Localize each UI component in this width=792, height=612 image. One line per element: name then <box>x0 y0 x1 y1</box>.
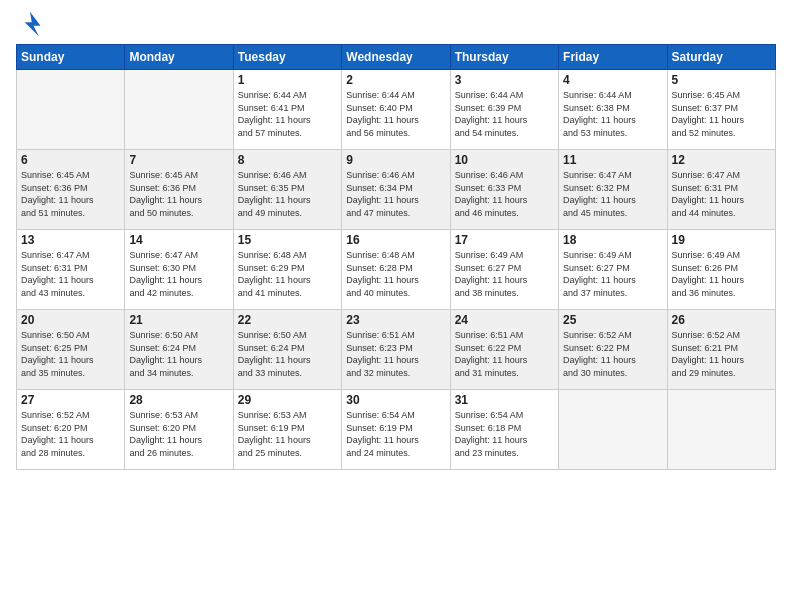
day-detail: Sunrise: 6:45 AM Sunset: 6:36 PM Dayligh… <box>129 169 228 219</box>
calendar-cell: 5Sunrise: 6:45 AM Sunset: 6:37 PM Daylig… <box>667 70 775 150</box>
calendar-week-row: 20Sunrise: 6:50 AM Sunset: 6:25 PM Dayli… <box>17 310 776 390</box>
calendar-cell: 7Sunrise: 6:45 AM Sunset: 6:36 PM Daylig… <box>125 150 233 230</box>
weekday-header-saturday: Saturday <box>667 45 775 70</box>
weekday-header-thursday: Thursday <box>450 45 558 70</box>
day-number: 30 <box>346 393 445 407</box>
calendar-cell: 11Sunrise: 6:47 AM Sunset: 6:32 PM Dayli… <box>559 150 667 230</box>
day-detail: Sunrise: 6:44 AM Sunset: 6:39 PM Dayligh… <box>455 89 554 139</box>
day-detail: Sunrise: 6:54 AM Sunset: 6:19 PM Dayligh… <box>346 409 445 459</box>
day-number: 15 <box>238 233 337 247</box>
day-number: 27 <box>21 393 120 407</box>
calendar-cell: 23Sunrise: 6:51 AM Sunset: 6:23 PM Dayli… <box>342 310 450 390</box>
day-number: 6 <box>21 153 120 167</box>
day-number: 7 <box>129 153 228 167</box>
weekday-header-friday: Friday <box>559 45 667 70</box>
calendar-cell: 30Sunrise: 6:54 AM Sunset: 6:19 PM Dayli… <box>342 390 450 470</box>
calendar-cell: 2Sunrise: 6:44 AM Sunset: 6:40 PM Daylig… <box>342 70 450 150</box>
day-detail: Sunrise: 6:53 AM Sunset: 6:19 PM Dayligh… <box>238 409 337 459</box>
day-detail: Sunrise: 6:52 AM Sunset: 6:21 PM Dayligh… <box>672 329 771 379</box>
day-detail: Sunrise: 6:44 AM Sunset: 6:40 PM Dayligh… <box>346 89 445 139</box>
day-detail: Sunrise: 6:48 AM Sunset: 6:28 PM Dayligh… <box>346 249 445 299</box>
calendar-cell: 10Sunrise: 6:46 AM Sunset: 6:33 PM Dayli… <box>450 150 558 230</box>
calendar-week-row: 27Sunrise: 6:52 AM Sunset: 6:20 PM Dayli… <box>17 390 776 470</box>
calendar-cell: 15Sunrise: 6:48 AM Sunset: 6:29 PM Dayli… <box>233 230 341 310</box>
calendar-week-row: 1Sunrise: 6:44 AM Sunset: 6:41 PM Daylig… <box>17 70 776 150</box>
day-number: 1 <box>238 73 337 87</box>
day-detail: Sunrise: 6:46 AM Sunset: 6:34 PM Dayligh… <box>346 169 445 219</box>
calendar-cell: 1Sunrise: 6:44 AM Sunset: 6:41 PM Daylig… <box>233 70 341 150</box>
calendar-cell: 14Sunrise: 6:47 AM Sunset: 6:30 PM Dayli… <box>125 230 233 310</box>
weekday-header-sunday: Sunday <box>17 45 125 70</box>
calendar-cell: 12Sunrise: 6:47 AM Sunset: 6:31 PM Dayli… <box>667 150 775 230</box>
calendar-cell: 26Sunrise: 6:52 AM Sunset: 6:21 PM Dayli… <box>667 310 775 390</box>
day-number: 4 <box>563 73 662 87</box>
day-detail: Sunrise: 6:52 AM Sunset: 6:22 PM Dayligh… <box>563 329 662 379</box>
day-detail: Sunrise: 6:51 AM Sunset: 6:23 PM Dayligh… <box>346 329 445 379</box>
day-detail: Sunrise: 6:54 AM Sunset: 6:18 PM Dayligh… <box>455 409 554 459</box>
calendar-cell: 28Sunrise: 6:53 AM Sunset: 6:20 PM Dayli… <box>125 390 233 470</box>
day-number: 12 <box>672 153 771 167</box>
day-number: 17 <box>455 233 554 247</box>
calendar-cell: 22Sunrise: 6:50 AM Sunset: 6:24 PM Dayli… <box>233 310 341 390</box>
calendar-table: SundayMondayTuesdayWednesdayThursdayFrid… <box>16 44 776 470</box>
day-number: 31 <box>455 393 554 407</box>
svg-marker-0 <box>25 12 41 37</box>
calendar-cell: 4Sunrise: 6:44 AM Sunset: 6:38 PM Daylig… <box>559 70 667 150</box>
day-detail: Sunrise: 6:50 AM Sunset: 6:25 PM Dayligh… <box>21 329 120 379</box>
day-detail: Sunrise: 6:50 AM Sunset: 6:24 PM Dayligh… <box>129 329 228 379</box>
calendar-week-row: 6Sunrise: 6:45 AM Sunset: 6:36 PM Daylig… <box>17 150 776 230</box>
weekday-header-row: SundayMondayTuesdayWednesdayThursdayFrid… <box>17 45 776 70</box>
day-number: 14 <box>129 233 228 247</box>
weekday-header-wednesday: Wednesday <box>342 45 450 70</box>
day-number: 22 <box>238 313 337 327</box>
day-number: 25 <box>563 313 662 327</box>
day-detail: Sunrise: 6:47 AM Sunset: 6:32 PM Dayligh… <box>563 169 662 219</box>
day-number: 21 <box>129 313 228 327</box>
day-detail: Sunrise: 6:49 AM Sunset: 6:27 PM Dayligh… <box>563 249 662 299</box>
day-detail: Sunrise: 6:52 AM Sunset: 6:20 PM Dayligh… <box>21 409 120 459</box>
calendar-week-row: 13Sunrise: 6:47 AM Sunset: 6:31 PM Dayli… <box>17 230 776 310</box>
day-detail: Sunrise: 6:53 AM Sunset: 6:20 PM Dayligh… <box>129 409 228 459</box>
calendar-cell: 27Sunrise: 6:52 AM Sunset: 6:20 PM Dayli… <box>17 390 125 470</box>
calendar-cell: 19Sunrise: 6:49 AM Sunset: 6:26 PM Dayli… <box>667 230 775 310</box>
calendar-cell: 21Sunrise: 6:50 AM Sunset: 6:24 PM Dayli… <box>125 310 233 390</box>
day-detail: Sunrise: 6:47 AM Sunset: 6:31 PM Dayligh… <box>21 249 120 299</box>
day-detail: Sunrise: 6:44 AM Sunset: 6:38 PM Dayligh… <box>563 89 662 139</box>
calendar-cell: 29Sunrise: 6:53 AM Sunset: 6:19 PM Dayli… <box>233 390 341 470</box>
day-detail: Sunrise: 6:49 AM Sunset: 6:27 PM Dayligh… <box>455 249 554 299</box>
calendar-cell: 31Sunrise: 6:54 AM Sunset: 6:18 PM Dayli… <box>450 390 558 470</box>
header <box>16 10 776 38</box>
weekday-header-tuesday: Tuesday <box>233 45 341 70</box>
day-number: 5 <box>672 73 771 87</box>
day-number: 23 <box>346 313 445 327</box>
day-detail: Sunrise: 6:51 AM Sunset: 6:22 PM Dayligh… <box>455 329 554 379</box>
calendar-cell: 17Sunrise: 6:49 AM Sunset: 6:27 PM Dayli… <box>450 230 558 310</box>
day-number: 13 <box>21 233 120 247</box>
day-detail: Sunrise: 6:47 AM Sunset: 6:30 PM Dayligh… <box>129 249 228 299</box>
day-number: 18 <box>563 233 662 247</box>
calendar-cell: 6Sunrise: 6:45 AM Sunset: 6:36 PM Daylig… <box>17 150 125 230</box>
day-number: 20 <box>21 313 120 327</box>
calendar-cell: 24Sunrise: 6:51 AM Sunset: 6:22 PM Dayli… <box>450 310 558 390</box>
day-detail: Sunrise: 6:46 AM Sunset: 6:33 PM Dayligh… <box>455 169 554 219</box>
day-number: 26 <box>672 313 771 327</box>
day-detail: Sunrise: 6:45 AM Sunset: 6:37 PM Dayligh… <box>672 89 771 139</box>
day-number: 8 <box>238 153 337 167</box>
calendar-cell: 8Sunrise: 6:46 AM Sunset: 6:35 PM Daylig… <box>233 150 341 230</box>
day-number: 2 <box>346 73 445 87</box>
day-detail: Sunrise: 6:46 AM Sunset: 6:35 PM Dayligh… <box>238 169 337 219</box>
day-number: 24 <box>455 313 554 327</box>
day-number: 28 <box>129 393 228 407</box>
day-number: 29 <box>238 393 337 407</box>
calendar-cell: 18Sunrise: 6:49 AM Sunset: 6:27 PM Dayli… <box>559 230 667 310</box>
day-number: 3 <box>455 73 554 87</box>
day-number: 19 <box>672 233 771 247</box>
logo-icon <box>16 10 44 38</box>
calendar-cell <box>17 70 125 150</box>
day-detail: Sunrise: 6:45 AM Sunset: 6:36 PM Dayligh… <box>21 169 120 219</box>
calendar-cell <box>125 70 233 150</box>
calendar-cell: 20Sunrise: 6:50 AM Sunset: 6:25 PM Dayli… <box>17 310 125 390</box>
day-detail: Sunrise: 6:48 AM Sunset: 6:29 PM Dayligh… <box>238 249 337 299</box>
weekday-header-monday: Monday <box>125 45 233 70</box>
calendar-cell <box>667 390 775 470</box>
